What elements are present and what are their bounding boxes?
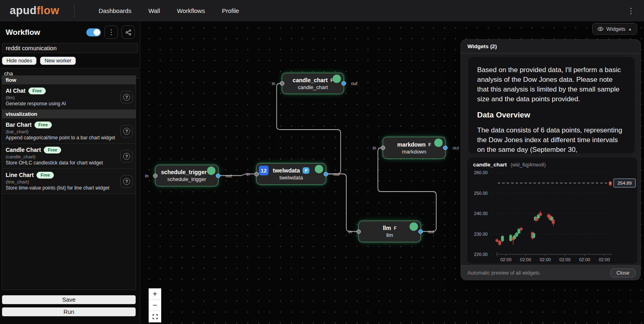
output-port-label: out: [226, 173, 232, 178]
collapse-triangle-icon: ▲: [628, 27, 632, 31]
nav-item-profile[interactable]: Profile: [222, 7, 239, 14]
candle: [496, 239, 499, 242]
widgets-footer-note: Automatic preview of all widgets.: [467, 270, 610, 276]
free-badge: Free: [36, 172, 54, 179]
palette-item-code: (llm): [6, 95, 118, 100]
fit-view-button[interactable]: [149, 311, 161, 322]
markdown-heading: Data Overview: [477, 111, 625, 119]
zoom-in-button[interactable]: +: [149, 288, 161, 300]
question-mark-icon: ?: [123, 178, 130, 185]
node-status-dot: [207, 166, 215, 175]
palette-item-bar_chart[interactable]: Bar ChartFree(bar_chart)Append categoric…: [2, 119, 136, 144]
zoom-out-button[interactable]: −: [149, 300, 161, 311]
output-port-twelwdata[interactable]: [324, 172, 328, 176]
help-button[interactable]: ?: [120, 125, 133, 137]
edge-llm.out-to-markdown.in[interactable]: [378, 148, 436, 232]
output-port-label: out: [333, 172, 339, 177]
question-mark-icon: ?: [123, 128, 130, 134]
app-logo[interactable]: apudflow: [0, 4, 75, 18]
palette-item-line_chart[interactable]: Line ChartFree(line_chart)Store time-val…: [2, 169, 136, 194]
canvas-zoom-controls: + −: [149, 288, 161, 322]
candle: [532, 233, 535, 238]
input-port-label: in: [348, 229, 352, 234]
x-axis-tick-label: 02:00: [540, 257, 551, 262]
nav-item-wall[interactable]: Wall: [148, 7, 160, 14]
candle-chart-widget: candle_chart (wid_6qj4mwx8) 260.00250.00…: [467, 158, 637, 264]
node-status-dot: [333, 75, 341, 83]
candle: [498, 241, 501, 245]
palette-item-code: (bar_chart): [6, 129, 118, 134]
widgets-toggle-button[interactable]: Widgets ▲: [592, 23, 637, 35]
y-axis-tick-label: 220.00: [474, 252, 488, 257]
run-button[interactable]: Run: [2, 307, 136, 316]
palette-item-description: Store OHLC candlestick data for chart wi…: [6, 160, 118, 166]
palette-item-candle_chart[interactable]: Candle ChartFree(candle_chart)Store OHLC…: [2, 144, 136, 169]
question-mark-icon: ?: [123, 94, 130, 100]
top-navbar: apudflow DashboardsWallWorkflowsProfile …: [0, 0, 644, 21]
node-subtitle: schedule_trigger: [167, 176, 206, 182]
help-button[interactable]: ?: [120, 150, 133, 162]
edge-twelwdata.out-to-candle_chart.in[interactable]: [277, 83, 341, 174]
node-markdown[interactable]: markdownFmarkdowninout: [383, 137, 446, 159]
node-schedule_trigger[interactable]: schedule_triggerPschedule_triggerinout: [155, 165, 218, 186]
palette-item-description: Store time-value points (list) for line …: [6, 185, 118, 191]
y-axis-tick-label: 230.00: [474, 232, 488, 237]
share-button[interactable]: [122, 26, 135, 39]
workflow-options-button[interactable]: ⋮: [104, 26, 118, 39]
input-port-llm[interactable]: [356, 229, 361, 234]
node-title: candle_chart: [293, 77, 328, 83]
input-port-schedule_trigger[interactable]: [153, 173, 158, 178]
free-badge: Free: [34, 122, 52, 128]
candlestick-chart[interactable]: 260.00250.00240.00230.00220.0002:0002:00…: [467, 168, 637, 264]
help-button[interactable]: ?: [120, 91, 133, 103]
node-title: llm: [383, 225, 391, 231]
fit-view-icon: [152, 314, 158, 320]
output-port-markdown[interactable]: [443, 146, 448, 150]
node-flag-badge: P: [303, 167, 309, 174]
workflow-sidebar: Workflow ⋮ Hide nodes New worker flowAI …: [0, 21, 140, 324]
help-button[interactable]: ?: [120, 175, 133, 188]
node-status-dot: [434, 139, 443, 147]
node-subtitle: twelwdata: [279, 175, 303, 181]
chart-title: candle_chart: [473, 162, 507, 168]
question-mark-icon: ?: [123, 153, 130, 160]
input-port-label: in: [272, 81, 275, 86]
palette-item-llm[interactable]: AI ChatFree(llm)Generate response using …: [2, 85, 136, 110]
input-port-twelwdata[interactable]: [254, 172, 259, 176]
free-badge: Free: [44, 147, 61, 153]
node-subtitle: candle_chart: [298, 84, 328, 90]
nav-item-workflows[interactable]: Workflows: [177, 7, 205, 14]
node-llm[interactable]: llmFllminout: [358, 221, 421, 242]
candle: [515, 233, 518, 237]
x-axis-tick-label: 02:00: [500, 257, 512, 262]
edge-schedule_trigger.out-to-twelwdata.in[interactable]: [218, 174, 256, 176]
palette-item-code: (candle_chart): [6, 154, 118, 159]
output-port-schedule_trigger[interactable]: [216, 173, 220, 178]
node-candle_chart[interactable]: candle_chartFcandle_chartinout: [282, 73, 344, 94]
output-port-llm[interactable]: [418, 229, 423, 234]
flow-canvas[interactable]: candle_chartFcandle_chartinoutmarkdownFm…: [140, 21, 644, 324]
output-port-candle_chart[interactable]: [341, 81, 346, 86]
edge-twelwdata.out-to-llm.in[interactable]: [326, 174, 358, 232]
input-port-markdown[interactable]: [381, 146, 385, 150]
save-button[interactable]: Save: [2, 295, 136, 304]
x-axis-tick-label: 02:00: [559, 257, 571, 262]
new-worker-button[interactable]: New worker: [40, 57, 76, 65]
widgets-panel-footer: Automatic preview of all widgets. Close: [461, 265, 640, 280]
input-port-label: in: [373, 145, 376, 150]
input-port-candle_chart[interactable]: [280, 81, 284, 86]
workflow-name-input[interactable]: [2, 43, 138, 53]
node-title-row: twelwdataP: [273, 167, 310, 174]
logo-text-left: apud: [10, 4, 37, 17]
nav-kebab-menu-icon[interactable]: ⋮: [626, 7, 636, 15]
palette-item-name-row: Bar ChartFree: [6, 121, 118, 128]
close-widgets-button[interactable]: Close: [610, 269, 635, 277]
nav-item-dashboards[interactable]: Dashboards: [99, 7, 132, 14]
node-twelwdata[interactable]: 12twelwdataPtwelwdatainout: [256, 163, 326, 185]
node-flag: F: [394, 226, 396, 230]
hide-nodes-button[interactable]: Hide nodes: [2, 57, 36, 65]
candle: [501, 236, 504, 241]
workflow-enabled-toggle[interactable]: [86, 28, 101, 36]
node-icon-twelwdata: 12: [259, 166, 269, 175]
logo-text-right: flow: [37, 4, 60, 17]
